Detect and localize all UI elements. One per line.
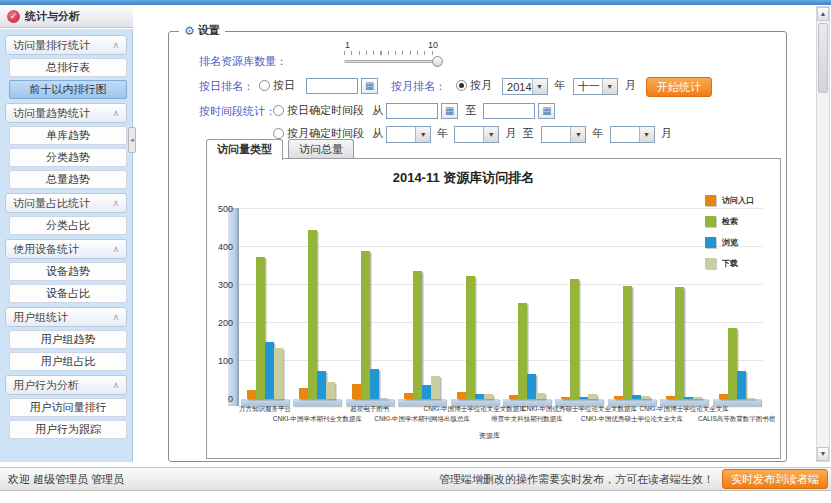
sidebar-item[interactable]: 总排行表	[9, 58, 127, 77]
sidebar-item[interactable]: 设备占比	[9, 284, 127, 303]
legend-label: 访问入口	[722, 195, 754, 206]
vertical-scrollbar[interactable]: ▲ ▼	[816, 6, 830, 462]
sidebar-item[interactable]: 单库趋势	[9, 126, 127, 145]
calendar-icon[interactable]: ▦	[538, 103, 555, 119]
x-axis-label: CNKI-中国博士学位论文全文库	[640, 405, 729, 414]
bar	[536, 393, 545, 399]
publish-notice: 管理端增删改的操作需要实时发布，方可在读者端生效！	[439, 472, 714, 487]
legend-swatch	[705, 216, 716, 227]
period-to-month-select[interactable]: ▼	[610, 126, 655, 143]
bar	[484, 394, 493, 399]
x-axis-label: 万方知识服务平台	[239, 405, 291, 414]
bar	[299, 388, 308, 399]
legend-swatch	[705, 258, 716, 269]
gridline	[239, 284, 763, 285]
chevron-up-icon: ∧	[112, 308, 119, 326]
sidebar-item[interactable]: 用户访问量排行	[9, 398, 127, 417]
accordion-header[interactable]: 用户行为分析∧	[5, 375, 127, 395]
period-from-date-input[interactable]	[386, 103, 438, 119]
bar	[422, 385, 431, 399]
chevron-down-icon: ▼	[639, 127, 654, 142]
year-select[interactable]: 2014 ▼	[502, 78, 547, 95]
period-from-month-select[interactable]: ▼	[454, 126, 499, 143]
slider-handle[interactable]	[432, 56, 443, 67]
x-axis-label: 超星电子图书	[350, 405, 389, 414]
scrollbar-thumb[interactable]	[818, 23, 828, 93]
bar	[256, 257, 265, 400]
bar	[317, 371, 326, 400]
calendar-icon[interactable]: ▦	[441, 103, 458, 119]
accordion-header[interactable]: 使用设备统计∧	[5, 239, 127, 259]
bar	[614, 396, 623, 399]
month-select[interactable]: 十一 ▼	[573, 78, 618, 95]
sidebar-item[interactable]: 前十以内排行图	[9, 80, 127, 99]
bar	[352, 384, 361, 399]
y-axis-tick: 400	[209, 242, 233, 252]
accordion-header[interactable]: 访问量占比统计∧	[5, 193, 127, 213]
bar	[527, 374, 536, 399]
bar	[641, 396, 650, 399]
accordion-label: 访问量占比统计	[13, 194, 90, 212]
day-rank-radio[interactable]	[259, 80, 270, 91]
bar	[719, 394, 728, 399]
chevron-down-icon: ▼	[415, 127, 430, 142]
bar	[247, 390, 256, 400]
accordion-header[interactable]: 访问量趋势统计∧	[5, 103, 127, 123]
x-axis-label: CNKI-中国优秀硕士学位论文全文库	[581, 415, 683, 424]
year-select-value: 2014	[507, 81, 531, 93]
month-rank-radio[interactable]	[456, 80, 467, 91]
sidebar-item[interactable]: 用户行为跟踪	[9, 420, 127, 439]
accordion-header[interactable]: 访问量排行统计∧	[5, 35, 127, 55]
period-to-year-select[interactable]: ▼	[541, 126, 586, 143]
calendar-icon[interactable]: ▦	[361, 78, 378, 94]
period-month-radio[interactable]	[273, 128, 284, 139]
bar	[475, 394, 484, 399]
y-axis-tick: 300	[209, 280, 233, 290]
year-suffix: 年	[555, 79, 566, 91]
legend-item: 浏览	[705, 237, 754, 248]
scroll-down-icon[interactable]: ▼	[817, 447, 829, 461]
sidebar-item[interactable]: 设备趋势	[9, 262, 127, 281]
legend-swatch	[705, 195, 716, 206]
day-rank-date-input[interactable]	[306, 78, 358, 94]
y-axis-tick: 200	[209, 318, 233, 328]
gridline	[239, 246, 763, 247]
chevron-up-icon: ∧	[112, 36, 119, 54]
sidebar-item[interactable]: 用户组趋势	[9, 330, 127, 349]
bar	[746, 398, 755, 399]
month-suffix: 月	[625, 79, 636, 91]
settings-panel: ⚙ 设置 排名资源库数量： 1 10 按日排名：	[168, 31, 787, 462]
gridline	[239, 360, 763, 361]
sidebar-collapse-handle[interactable]: ◂	[128, 127, 136, 153]
chevron-up-icon: ∧	[112, 240, 119, 258]
scroll-up-icon[interactable]: ▲	[817, 7, 829, 21]
legend-label: 下载	[722, 258, 738, 269]
period-day-radio[interactable]	[273, 105, 284, 116]
status-bar: 欢迎 超级管理员 管理员 管理端增删改的操作需要实时发布，方可在读者端生效！ 实…	[0, 467, 831, 491]
bar	[728, 328, 737, 399]
bar	[579, 397, 588, 399]
accordion-header[interactable]: 用户组统计∧	[5, 307, 127, 327]
sidebar-item[interactable]: 总量趋势	[9, 170, 127, 189]
sidebar-item[interactable]: 分类占比	[9, 216, 127, 235]
x-axis-label: CNKI-中国优秀硕士学位论文全文数据库	[522, 405, 637, 414]
chevron-down-icon: ▼	[483, 127, 498, 142]
x-axis-label: CNKI-中国学术期刊全文数据库	[273, 415, 362, 424]
sidebar: ✓ 统计与分析 访问量排行统计∧总排行表前十以内排行图访问量趋势统计∧单库趋势分…	[0, 5, 133, 462]
to-label: 至	[465, 104, 476, 116]
x-axis-label: 维普中文科技期刊数据库	[491, 415, 563, 424]
chart-legend: 访问入口检索浏览下载	[705, 195, 754, 269]
tab-visit-type[interactable]: 访问量类型	[206, 139, 283, 160]
bar	[431, 376, 440, 399]
slider-track[interactable]	[344, 60, 439, 63]
period-to-date-input[interactable]	[483, 103, 535, 119]
sidebar-item[interactable]: 用户组占比	[9, 352, 127, 371]
start-statistics-button[interactable]: 开始统计	[646, 77, 712, 97]
tab-visit-total[interactable]: 访问总量	[288, 139, 354, 159]
publish-button[interactable]: 实时发布到读者端	[722, 469, 828, 489]
period-from-year-select[interactable]: ▼	[386, 126, 431, 143]
x-axis-label: CNKI-中国博士学位论文全文数据库	[423, 405, 525, 414]
chart: 2014-11 资源库访问排名 资源库 0100200300400500万方知识…	[206, 158, 781, 459]
sidebar-item[interactable]: 分类趋势	[9, 148, 127, 167]
bar	[509, 395, 518, 399]
